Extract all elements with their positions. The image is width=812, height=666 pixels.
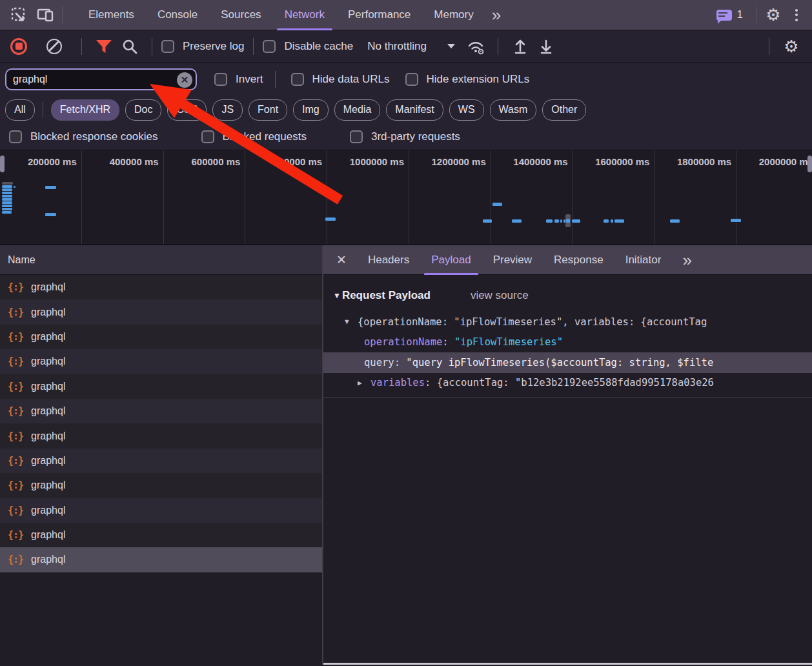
- details-tab-headers[interactable]: Headers: [357, 245, 420, 275]
- more-panels-icon[interactable]: »: [485, 2, 507, 28]
- collapsed-arrow-icon[interactable]: ▶: [358, 379, 370, 387]
- chip-ws[interactable]: WS: [449, 99, 484, 121]
- payload-line[interactable]: ▼{operationName: "ipFlowTimeseries", var…: [323, 312, 812, 332]
- clear-filter-icon[interactable]: ✕: [177, 72, 192, 88]
- timeline-tick: 400000 ms: [82, 150, 164, 244]
- hide-extension-urls-checkbox[interactable]: [405, 73, 418, 86]
- details-tabs: HeadersPayloadPreviewResponseInitiator: [357, 245, 672, 275]
- network-activity-bar: [566, 219, 570, 223]
- hide-data-urls-toggle[interactable]: Hide data URLs: [291, 73, 390, 86]
- overview-right-handle[interactable]: [807, 156, 812, 172]
- view-source-link[interactable]: view source: [471, 289, 529, 302]
- request-row[interactable]: {:}graphql: [0, 498, 322, 523]
- blocked-requests-checkbox[interactable]: [201, 130, 214, 143]
- request-row[interactable]: {:}graphql: [0, 325, 322, 349]
- throttling-select[interactable]: No throttling: [367, 40, 455, 53]
- export-har-icon[interactable]: [533, 34, 559, 59]
- preserve-log-toggle[interactable]: Preserve log: [161, 40, 244, 53]
- payload-segment: {operationName: "ipFlowTimeseries", vari…: [358, 316, 707, 328]
- details-tab-payload[interactable]: Payload: [420, 245, 482, 275]
- tab-memory[interactable]: Memory: [422, 0, 485, 30]
- kebab-menu-icon[interactable]: [786, 9, 807, 21]
- request-name: graphql: [31, 554, 65, 565]
- request-row[interactable]: {:}graphql: [0, 449, 322, 473]
- network-conditions-icon[interactable]: [463, 34, 489, 59]
- chip-manifest[interactable]: Manifest: [386, 99, 443, 121]
- chip-img[interactable]: Img: [293, 99, 329, 121]
- tab-performance[interactable]: Performance: [336, 0, 422, 30]
- network-activity-bar: [614, 219, 624, 223]
- request-payload-section[interactable]: ▼ Request Payload view source: [323, 283, 812, 308]
- payload-line[interactable]: operationName: "ipFlowTimeseries": [323, 332, 812, 353]
- payload-segment: "ipFlowTimeseries": [454, 336, 563, 348]
- network-activity-bar: [2, 192, 12, 194]
- timeline-tick: 2000000 ms: [736, 150, 812, 244]
- settings-gear-icon[interactable]: ⚙: [760, 2, 786, 28]
- chip-doc[interactable]: Doc: [125, 99, 161, 121]
- request-row[interactable]: {:}graphql: [0, 473, 322, 498]
- record-network-log-button[interactable]: [10, 38, 27, 55]
- request-row[interactable]: {:}graphql: [0, 299, 322, 324]
- device-toolbar-icon[interactable]: [32, 2, 58, 28]
- search-icon[interactable]: [117, 34, 143, 59]
- clear-network-log-icon[interactable]: [46, 39, 62, 54]
- chip-media[interactable]: Media: [334, 99, 381, 121]
- chip-js[interactable]: JS: [212, 99, 243, 121]
- request-row[interactable]: {:}graphql: [0, 547, 322, 572]
- payload-segment: "query ipFlowTimeseries($accountTag: str…: [406, 357, 713, 368]
- tab-console[interactable]: Console: [146, 0, 209, 30]
- request-row[interactable]: {:}graphql: [0, 374, 322, 399]
- request-row[interactable]: {:}graphql: [0, 399, 322, 423]
- details-tab-response[interactable]: Response: [543, 245, 614, 275]
- chip-other[interactable]: Other: [542, 99, 586, 121]
- request-row[interactable]: {:}graphql: [0, 523, 322, 547]
- import-har-icon[interactable]: [507, 34, 533, 59]
- network-activity-bar: [14, 186, 15, 188]
- inspect-element-icon[interactable]: [6, 2, 32, 28]
- chip-css[interactable]: CSS: [167, 99, 207, 121]
- request-row[interactable]: {:}graphql: [0, 423, 322, 448]
- tab-sources[interactable]: Sources: [209, 0, 272, 30]
- filter-input[interactable]: graphql ✕: [5, 68, 197, 90]
- chip-wasm[interactable]: Wasm: [490, 99, 537, 121]
- invert-checkbox[interactable]: [214, 73, 227, 86]
- network-overview-timeline[interactable]: 200000 ms400000 ms600000 ms800000 ms1000…: [0, 150, 812, 245]
- tab-network[interactable]: Network: [273, 0, 336, 30]
- close-details-icon[interactable]: ✕: [323, 252, 357, 267]
- chip-all[interactable]: All: [5, 99, 35, 121]
- chip-fetch-xhr[interactable]: Fetch/XHR: [51, 99, 119, 121]
- preserve-log-checkbox[interactable]: [161, 40, 174, 53]
- payload-line[interactable]: ▶variables: {accountTag: "b12e3b2192ee55…: [323, 373, 812, 394]
- more-details-tabs-icon[interactable]: »: [676, 247, 698, 273]
- request-row[interactable]: {:}graphql: [0, 349, 322, 374]
- chip-font[interactable]: Font: [249, 99, 287, 121]
- details-tab-preview[interactable]: Preview: [482, 245, 543, 275]
- request-row[interactable]: {:}graphql: [0, 275, 322, 299]
- tab-elements[interactable]: Elements: [77, 0, 146, 30]
- payload-segment: : {accountTag: "b12e3b2192ee5588fdad9951…: [425, 377, 714, 388]
- filter-divider: [275, 71, 276, 88]
- details-tab-initiator[interactable]: Initiator: [614, 245, 673, 275]
- blocked-response-cookies-toggle[interactable]: Blocked response cookies: [9, 130, 158, 143]
- disable-cache-checkbox[interactable]: [263, 40, 276, 53]
- hide-data-urls-checkbox[interactable]: [291, 73, 304, 86]
- timeline-tick: 1000000 ms: [327, 150, 409, 244]
- disable-cache-toggle[interactable]: Disable cache: [263, 40, 353, 53]
- blocked-response-cookies-checkbox[interactable]: [9, 130, 22, 143]
- payload-line[interactable]: query: "query ipFlowTimeseries($accountT…: [323, 352, 812, 373]
- issues-counter[interactable]: 1: [716, 8, 743, 21]
- network-settings-gear-icon[interactable]: ⚙: [778, 34, 804, 59]
- invert-toggle[interactable]: Invert: [214, 73, 263, 86]
- payload-segment: operationName: [364, 336, 442, 348]
- expanded-arrow-icon[interactable]: ▼: [345, 318, 358, 326]
- hide-extension-urls-toggle[interactable]: Hide extension URLs: [405, 73, 530, 86]
- tabbar-right-controls: 1 ⚙: [716, 2, 812, 28]
- section-collapse-icon[interactable]: ▼: [333, 291, 341, 300]
- name-column-header[interactable]: Name: [0, 245, 322, 275]
- overview-left-handle[interactable]: [0, 156, 5, 172]
- blocked-requests-toggle[interactable]: Blocked requests: [201, 130, 307, 143]
- 3rd-party-requests-toggle[interactable]: 3rd-party requests: [350, 130, 460, 143]
- network-activity-bar: [492, 203, 502, 206]
- filter-funnel-icon[interactable]: [91, 34, 117, 59]
- 3rd-party-requests-checkbox[interactable]: [350, 130, 363, 143]
